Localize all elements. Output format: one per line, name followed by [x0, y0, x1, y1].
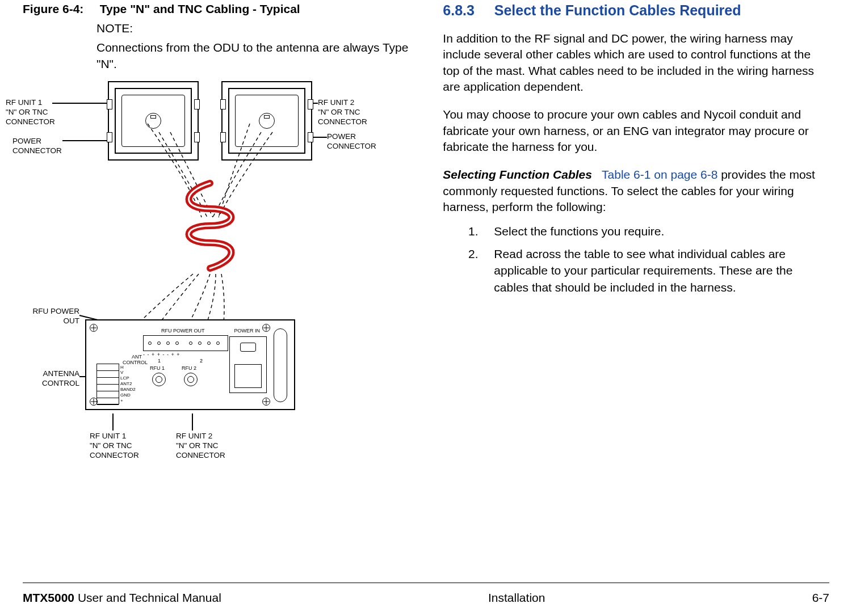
two-column-layout: Figure 6-4: Type "N" and TNC Cabling - T… [23, 0, 829, 545]
figure-title: Type "N" and TNC Cabling - Typical [100, 2, 300, 15]
callout-antenna-control: ANTENNA CONTROL [17, 369, 79, 389]
rfu-power-out-connector [143, 335, 228, 351]
paragraph-1: In addition to the RF signal and DC powe… [443, 31, 829, 95]
page: Figure 6-4: Type "N" and TNC Cabling - T… [0, 0, 852, 616]
section-title: Select the Function Cables Required [494, 2, 741, 18]
label-rfu2: RFU 2 [182, 366, 196, 372]
footer-left: MTX5000 User and Technical Manual [23, 591, 221, 605]
footer-product: MTX5000 [23, 591, 74, 604]
figure-label: Figure 6-4: [23, 2, 96, 16]
run-in-heading: Selecting Function Cables [443, 168, 592, 181]
footer-center: Installation [488, 591, 545, 605]
rfu-1-connector [152, 373, 166, 386]
rfu-2-connector [184, 373, 198, 386]
coiled-cable-icon [170, 178, 250, 274]
page-footer: MTX5000 User and Technical Manual Instal… [23, 583, 829, 605]
callout-rf-unit-2-bottom: RF UNIT 2 "N" OR TNC CONNECTOR [176, 432, 225, 461]
label-terminal-ant2: ANT2 [120, 382, 132, 387]
antenna-control-terminal [96, 364, 119, 404]
label-terminal-gnd: GND [120, 393, 131, 398]
paragraph-3: Selecting Function Cables Table 6-1 on p… [443, 167, 829, 215]
label-terminal-lcp: LCP [120, 376, 129, 381]
label-terminal-band2: BAND2 [120, 387, 136, 393]
footer-page-number: 6-7 [812, 591, 829, 605]
cabling-diagram: RF UNIT 1 "N" OR TNC CONNECTOR RF UNIT 2… [23, 75, 375, 484]
controller-rear-panel: RFU POWER OUT - - + + - - + + 1 2 ANT CO… [85, 319, 295, 410]
footer-doc-title: User and Technical Manual [74, 591, 221, 604]
label-rfu1: RFU 1 [150, 366, 165, 372]
label-power-in: POWER IN [234, 328, 260, 334]
power-in-module [229, 336, 267, 393]
label-terminal-plus: + [120, 399, 123, 404]
callout-rfu-power-out: RFU POWER OUT [17, 307, 79, 326]
label-one: 1 [158, 358, 161, 364]
label-ant-control: ANT CONTROL [123, 355, 142, 366]
section-heading: 6.8.3 Select the Function Cables Require… [443, 2, 829, 19]
callout-rf-unit-1-bottom: RF UNIT 1 "N" OR TNC CONNECTOR [90, 432, 139, 461]
numbered-list: Select the functions you require. Read a… [443, 223, 829, 296]
vent-slot [274, 328, 287, 402]
leader-line [112, 414, 114, 431]
label-terminal-v: V [120, 370, 123, 375]
left-column: Figure 6-4: Type "N" and TNC Cabling - T… [23, 0, 414, 545]
list-item-2: Read across the table to see what indivi… [481, 246, 829, 296]
note-text: Connections from the ODU to the antenna … [96, 40, 414, 72]
label-rfu-power-out: RFU POWER OUT [161, 328, 205, 334]
note-label: NOTE: [96, 20, 414, 36]
list-item-1: Select the functions you require. [481, 223, 829, 239]
label-polarity: - - + + - - + + [143, 352, 181, 358]
section-number: 6.8.3 [443, 2, 475, 18]
label-two: 2 [200, 358, 203, 364]
leader-line [192, 414, 193, 431]
right-column: 6.8.3 Select the Function Cables Require… [437, 0, 829, 545]
paragraph-2: You may choose to procure your own cable… [443, 107, 829, 155]
cross-reference-link[interactable]: Table 6-1 on page 6-8 [602, 168, 717, 181]
figure-caption: Figure 6-4: Type "N" and TNC Cabling - T… [23, 2, 414, 16]
